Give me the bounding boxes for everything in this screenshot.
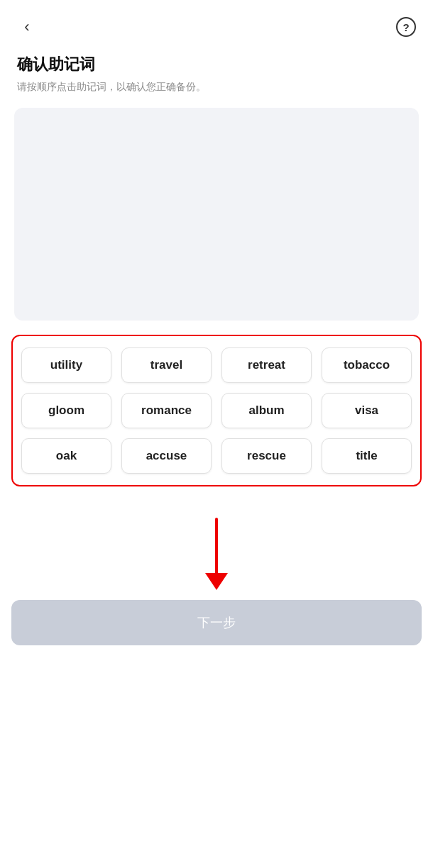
back-button[interactable]: ‹ — [14, 14, 40, 40]
help-button[interactable]: ? — [393, 14, 419, 40]
page-title: 确认助记词 — [17, 54, 416, 75]
word-chip[interactable]: accuse — [121, 438, 212, 474]
word-chip[interactable]: tobacco — [322, 347, 412, 383]
word-chip[interactable]: utility — [21, 347, 111, 383]
back-arrow-icon: ‹ — [24, 18, 29, 36]
word-chip[interactable]: travel — [121, 347, 212, 383]
word-chip[interactable]: gloom — [21, 393, 111, 428]
next-button[interactable]: 下一步 — [11, 600, 422, 645]
arrow-line — [215, 518, 218, 574]
word-selection-area: utilitytravelretreattobaccogloomromancea… — [11, 335, 422, 486]
word-chip[interactable]: retreat — [221, 347, 312, 383]
page-subtitle: 请按顺序点击助记词，以确认您正确备份。 — [17, 81, 416, 94]
word-chip[interactable]: album — [221, 393, 312, 428]
title-section: 确认助记词 请按顺序点击助记词，以确认您正确备份。 — [0, 47, 433, 108]
word-chip[interactable]: rescue — [221, 438, 312, 474]
arrow-head — [205, 573, 228, 590]
word-chip[interactable]: title — [322, 438, 412, 474]
down-arrow-icon — [205, 518, 228, 590]
word-chip[interactable]: romance — [121, 393, 212, 428]
word-chip[interactable]: oak — [21, 438, 111, 474]
arrow-section — [0, 501, 433, 600]
word-display-area — [14, 108, 419, 321]
help-icon: ? — [396, 17, 416, 37]
word-grid: utilitytravelretreattobaccogloomromancea… — [21, 347, 412, 474]
word-chip[interactable]: visa — [322, 393, 412, 428]
